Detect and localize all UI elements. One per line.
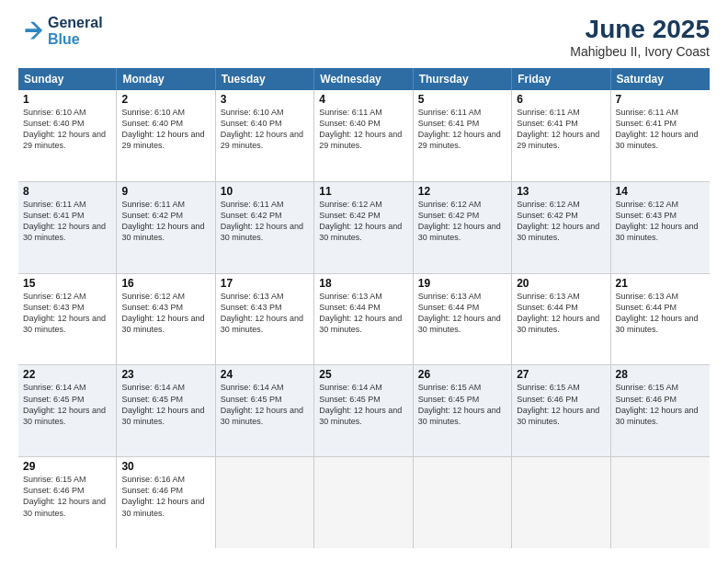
day-number: 17 <box>221 277 309 290</box>
day-info: Sunrise: 6:15 AM Sunset: 6:46 PM Dayligh… <box>23 474 111 519</box>
day-number: 4 <box>319 93 407 106</box>
calendar-day-17: 17 Sunrise: 6:13 AM Sunset: 6:43 PM Dayl… <box>216 274 314 365</box>
day-info: Sunrise: 6:12 AM Sunset: 6:42 PM Dayligh… <box>319 199 407 244</box>
day-number: 19 <box>418 277 506 290</box>
calendar-day-13: 13 Sunrise: 6:12 AM Sunset: 6:42 PM Dayl… <box>512 182 610 273</box>
day-number: 13 <box>517 185 605 198</box>
day-info: Sunrise: 6:14 AM Sunset: 6:45 PM Dayligh… <box>121 382 210 427</box>
day-number: 7 <box>616 93 705 106</box>
day-info: Sunrise: 6:14 AM Sunset: 6:45 PM Dayligh… <box>319 382 407 427</box>
calendar-day-19: 19 Sunrise: 6:13 AM Sunset: 6:44 PM Dayl… <box>414 274 512 365</box>
calendar-row-0: 1 Sunrise: 6:10 AM Sunset: 6:40 PM Dayli… <box>18 90 710 182</box>
day-number: 14 <box>616 185 705 198</box>
day-info: Sunrise: 6:12 AM Sunset: 6:43 PM Dayligh… <box>121 291 210 336</box>
day-info: Sunrise: 6:11 AM Sunset: 6:41 PM Dayligh… <box>517 107 605 152</box>
day-number: 8 <box>23 185 111 198</box>
day-info: Sunrise: 6:13 AM Sunset: 6:44 PM Dayligh… <box>418 291 506 336</box>
calendar-day-21: 21 Sunrise: 6:13 AM Sunset: 6:44 PM Dayl… <box>611 274 710 365</box>
day-number: 6 <box>517 93 605 106</box>
calendar-day-12: 12 Sunrise: 6:12 AM Sunset: 6:42 PM Dayl… <box>414 182 512 273</box>
calendar-day-26: 26 Sunrise: 6:15 AM Sunset: 6:45 PM Dayl… <box>414 365 512 456</box>
day-info: Sunrise: 6:10 AM Sunset: 6:40 PM Dayligh… <box>23 107 111 152</box>
day-info: Sunrise: 6:13 AM Sunset: 6:44 PM Dayligh… <box>616 291 705 336</box>
day-info: Sunrise: 6:16 AM Sunset: 6:46 PM Dayligh… <box>121 474 210 519</box>
calendar-day-6: 6 Sunrise: 6:11 AM Sunset: 6:41 PM Dayli… <box>512 90 610 181</box>
day-number: 12 <box>418 185 506 198</box>
calendar-day-25: 25 Sunrise: 6:14 AM Sunset: 6:45 PM Dayl… <box>314 365 413 456</box>
day-info: Sunrise: 6:11 AM Sunset: 6:42 PM Dayligh… <box>221 199 309 244</box>
calendar-day-7: 7 Sunrise: 6:11 AM Sunset: 6:41 PM Dayli… <box>611 90 710 181</box>
title-block: June 2025 Mahigbeu II, Ivory Coast <box>570 15 710 59</box>
day-number: 1 <box>23 93 111 106</box>
header-day-saturday: Saturday <box>611 68 710 90</box>
day-number: 24 <box>221 368 309 381</box>
svg-marker-0 <box>25 21 42 39</box>
day-info: Sunrise: 6:12 AM Sunset: 6:42 PM Dayligh… <box>517 199 605 244</box>
day-number: 28 <box>616 368 705 381</box>
calendar-day-28: 28 Sunrise: 6:15 AM Sunset: 6:46 PM Dayl… <box>611 365 710 456</box>
calendar-day-1: 1 Sunrise: 6:10 AM Sunset: 6:40 PM Dayli… <box>18 90 117 181</box>
day-info: Sunrise: 6:13 AM Sunset: 6:44 PM Dayligh… <box>517 291 605 336</box>
day-info: Sunrise: 6:12 AM Sunset: 6:43 PM Dayligh… <box>23 291 111 336</box>
calendar-day-14: 14 Sunrise: 6:12 AM Sunset: 6:43 PM Dayl… <box>611 182 710 273</box>
day-number: 5 <box>418 93 506 106</box>
day-number: 27 <box>517 368 605 381</box>
calendar-day-15: 15 Sunrise: 6:12 AM Sunset: 6:43 PM Dayl… <box>18 274 117 365</box>
calendar-day-empty <box>314 457 413 548</box>
day-info: Sunrise: 6:11 AM Sunset: 6:42 PM Dayligh… <box>121 199 210 244</box>
day-info: Sunrise: 6:11 AM Sunset: 6:41 PM Dayligh… <box>23 199 111 244</box>
header: General Blue June 2025 Mahigbeu II, Ivor… <box>18 15 710 59</box>
calendar-day-20: 20 Sunrise: 6:13 AM Sunset: 6:44 PM Dayl… <box>512 274 610 365</box>
day-info: Sunrise: 6:15 AM Sunset: 6:46 PM Dayligh… <box>517 382 605 427</box>
day-info: Sunrise: 6:12 AM Sunset: 6:42 PM Dayligh… <box>418 199 506 244</box>
calendar-header: SundayMondayTuesdayWednesdayThursdayFrid… <box>18 68 710 90</box>
day-info: Sunrise: 6:12 AM Sunset: 6:43 PM Dayligh… <box>616 199 705 244</box>
day-info: Sunrise: 6:13 AM Sunset: 6:44 PM Dayligh… <box>319 291 407 336</box>
logo: General Blue <box>18 15 103 47</box>
day-number: 3 <box>221 93 309 106</box>
day-number: 21 <box>616 277 705 290</box>
day-info: Sunrise: 6:14 AM Sunset: 6:45 PM Dayligh… <box>221 382 309 427</box>
page: General Blue June 2025 Mahigbeu II, Ivor… <box>0 0 728 563</box>
calendar-day-22: 22 Sunrise: 6:14 AM Sunset: 6:45 PM Dayl… <box>18 365 117 456</box>
calendar-day-empty <box>611 457 710 548</box>
calendar-row-4: 29 Sunrise: 6:15 AM Sunset: 6:46 PM Dayl… <box>18 457 710 548</box>
calendar-day-16: 16 Sunrise: 6:12 AM Sunset: 6:43 PM Dayl… <box>117 274 215 365</box>
calendar-day-empty <box>414 457 512 548</box>
day-number: 11 <box>319 185 407 198</box>
day-number: 26 <box>418 368 506 381</box>
day-info: Sunrise: 6:11 AM Sunset: 6:41 PM Dayligh… <box>418 107 506 152</box>
day-number: 18 <box>319 277 407 290</box>
logo-text: General Blue <box>48 15 103 47</box>
calendar-day-27: 27 Sunrise: 6:15 AM Sunset: 6:46 PM Dayl… <box>512 365 610 456</box>
day-number: 22 <box>23 368 111 381</box>
day-number: 20 <box>517 277 605 290</box>
calendar-day-2: 2 Sunrise: 6:10 AM Sunset: 6:40 PM Dayli… <box>117 90 215 181</box>
day-number: 30 <box>121 460 210 473</box>
month-title: June 2025 <box>570 15 710 44</box>
header-day-friday: Friday <box>512 68 610 90</box>
calendar-row-1: 8 Sunrise: 6:11 AM Sunset: 6:41 PM Dayli… <box>18 182 710 274</box>
day-info: Sunrise: 6:11 AM Sunset: 6:41 PM Dayligh… <box>616 107 705 152</box>
day-number: 16 <box>121 277 210 290</box>
calendar-day-3: 3 Sunrise: 6:10 AM Sunset: 6:40 PM Dayli… <box>216 90 314 181</box>
day-info: Sunrise: 6:11 AM Sunset: 6:40 PM Dayligh… <box>319 107 407 152</box>
calendar-day-23: 23 Sunrise: 6:14 AM Sunset: 6:45 PM Dayl… <box>117 365 215 456</box>
calendar-day-18: 18 Sunrise: 6:13 AM Sunset: 6:44 PM Dayl… <box>314 274 413 365</box>
header-day-wednesday: Wednesday <box>314 68 413 90</box>
location: Mahigbeu II, Ivory Coast <box>570 44 710 59</box>
calendar-day-4: 4 Sunrise: 6:11 AM Sunset: 6:40 PM Dayli… <box>314 90 413 181</box>
calendar-day-10: 10 Sunrise: 6:11 AM Sunset: 6:42 PM Dayl… <box>216 182 314 273</box>
calendar-row-3: 22 Sunrise: 6:14 AM Sunset: 6:45 PM Dayl… <box>18 365 710 457</box>
calendar-day-5: 5 Sunrise: 6:11 AM Sunset: 6:41 PM Dayli… <box>414 90 512 181</box>
calendar-day-9: 9 Sunrise: 6:11 AM Sunset: 6:42 PM Dayli… <box>117 182 215 273</box>
calendar-day-empty <box>512 457 610 548</box>
day-number: 15 <box>23 277 111 290</box>
day-number: 23 <box>121 368 210 381</box>
day-number: 29 <box>23 460 111 473</box>
day-number: 10 <box>221 185 309 198</box>
calendar: SundayMondayTuesdayWednesdayThursdayFrid… <box>18 68 710 548</box>
header-day-monday: Monday <box>117 68 215 90</box>
calendar-row-2: 15 Sunrise: 6:12 AM Sunset: 6:43 PM Dayl… <box>18 274 710 366</box>
calendar-day-29: 29 Sunrise: 6:15 AM Sunset: 6:46 PM Dayl… <box>18 457 117 548</box>
